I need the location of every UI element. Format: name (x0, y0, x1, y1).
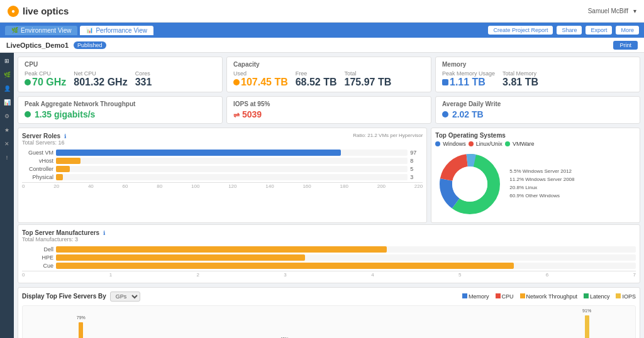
hbar-label-physical: Physical (22, 174, 53, 180)
cpu-peak-value: 70 GHz (25, 77, 66, 88)
capacity-free-value: 68.52 TB (296, 77, 337, 88)
capacity-total-value: 175.97 TB (345, 77, 392, 88)
sub-right: Print (613, 41, 638, 50)
charts-row: Server Roles ℹ Ratio: 21.2 VMs per Hyper… (18, 128, 640, 223)
hbar-count-physical: 3 (410, 174, 423, 180)
header: ● live optics Samuel McBiff ▾ (0, 0, 644, 23)
memory-total-label: Total Memory (502, 70, 538, 77)
mfr-label-cue: Cue (22, 263, 53, 269)
top-servers-select[interactable]: GPs (110, 292, 140, 302)
capacity-total-label: Total (345, 70, 392, 77)
legend-memory: Memory (462, 293, 489, 300)
capacity-used-label: Used (233, 70, 288, 77)
capacity-title: Capacity (233, 61, 425, 68)
header-right: Samuel McBiff ▾ (588, 8, 636, 14)
network-value: 1.35 gigabits/s (25, 110, 216, 119)
os-legend-windows: Windows (443, 141, 466, 147)
hbar-track-physical (56, 174, 408, 180)
published-badge: Published (74, 41, 106, 49)
bars-5: 12%20%91% (565, 315, 589, 338)
manufacturers-chart: Dell HPE Cue (22, 245, 636, 279)
sidebar-icon-leaf[interactable]: 🌿 (3, 70, 11, 79)
sub-header: LiveOptics_Demo1 Published Print (0, 38, 644, 53)
legend-network: Network Throughput (520, 293, 577, 300)
cpu-net-value: 801.32 GHz (74, 77, 127, 88)
hbar-label-vhost: vHost (22, 158, 53, 164)
mfr-fill-hpe (56, 254, 305, 261)
bars-0: 79%26%18% (69, 322, 93, 338)
cpu-card: CPU Peak CPU 70 GHz Net CPU 801.32 GHz C… (18, 57, 223, 92)
hbar-count-vhost: 8 (410, 158, 423, 164)
capacity-total: Total 175.97 TB (345, 70, 392, 88)
legend-cpu: CPU (496, 293, 514, 300)
donut-wrapper: 5.5% Windows Server 2012 11.2% Windows S… (435, 150, 636, 219)
user-dropdown-icon[interactable]: ▾ (633, 8, 636, 14)
app-name: LiveOptics_Demo1 (6, 41, 69, 49)
hbar-row-guestvm: Guest VM 97 (22, 150, 423, 156)
metrics-row-2: Peak Aggregate Network Throughput 1.35 g… (18, 96, 640, 124)
bar-group-5: 12%20%91% (565, 315, 589, 338)
network-title: Peak Aggregate Network Throughput (25, 101, 216, 107)
sidebar-icon-alert[interactable]: ! (3, 153, 11, 162)
hbar-count-guestvm: 97 (410, 150, 423, 156)
network-card: Peak Aggregate Network Throughput 1.35 g… (18, 96, 223, 124)
donut-chart (435, 150, 504, 219)
top-servers-title-row: Display Top Five Servers By GPs (22, 292, 140, 302)
hbar-count-controller: 5 (410, 166, 423, 172)
sidebar-icon-user[interactable]: 👤 (3, 84, 11, 93)
server-roles-ratio: Ratio: 21.2 VMs per Hypervisor (353, 133, 423, 138)
os-label-2: 11.2% Windows Server 2008 (509, 176, 574, 184)
sidebar-icon-star[interactable]: ★ (3, 126, 11, 134)
memory-peak-label: Peak Memory Usage (442, 70, 495, 77)
cpu-net: Net CPU 801.32 GHz (74, 70, 127, 88)
print-button[interactable]: Print (613, 41, 638, 50)
share-button[interactable]: Share (557, 26, 582, 35)
bar-0-2: 79% (79, 322, 83, 338)
logo-text: live optics (23, 6, 69, 16)
axis-labels-server-roles: 020406080100120140160180200220 (22, 183, 423, 189)
sidebar-icon-grid[interactable]: ⊞ (3, 57, 11, 65)
mfr-fill-dell (56, 246, 387, 253)
manufacturers-subtitle: Total Manufacturers: 3 (22, 236, 636, 243)
create-report-button[interactable]: Create Project Report (488, 26, 553, 35)
tab-environment[interactable]: 🌿 Environment View (5, 26, 77, 35)
cpu-cores-value: 331 (135, 77, 152, 88)
main-content: CPU Peak CPU 70 GHz Net CPU 801.32 GHz C… (14, 53, 644, 338)
mfr-row-dell: Dell (22, 246, 636, 253)
os-label-3: 20.8% Linux (509, 184, 574, 192)
tab-environment-label: Environment View (21, 27, 71, 34)
more-button[interactable]: More (616, 26, 639, 35)
iops-title: IOPS at 95% (233, 101, 425, 107)
sidebar: ⊞ 🌿 👤 📊 ⚙ ★ ✕ ! (0, 53, 14, 338)
mfr-track-hpe (56, 254, 636, 261)
user-name: Samuel McBiff (588, 8, 628, 14)
sidebar-icon-settings[interactable]: ⚙ (3, 112, 11, 121)
manufacturers-row: Top Server Manufacturers ℹ Total Manufac… (18, 224, 640, 283)
capacity-free-label: Free (296, 70, 337, 77)
nav-bar: 🌿 Environment View 📊 Performance View Cr… (0, 23, 644, 38)
hbar-fill-controller (56, 166, 70, 172)
cpu-metrics: Peak CPU 70 GHz Net CPU 801.32 GHz Cores… (25, 70, 216, 88)
legend-iops: IOPS (616, 293, 636, 300)
legend-latency: Latency (584, 293, 610, 300)
export-button[interactable]: Export (586, 26, 612, 35)
nav-actions: Create Project Report Share Export More (488, 26, 639, 35)
top-os-title: Top Operating Systems (435, 132, 636, 139)
daily-write-value: 2.02 TB (442, 110, 633, 119)
donut-labels: 5.5% Windows Server 2012 11.2% Windows S… (509, 168, 574, 200)
top-servers-legend: Memory CPU Network Throughput Latency IO… (462, 293, 636, 300)
grouped-bar-chart-wrapper: 79%26%18%40%13%12%20%91% Displayhm 8Hype… (22, 305, 636, 338)
hbar-track-vhost (56, 158, 408, 164)
axis-labels-mfr: 01234567 (22, 272, 636, 278)
server-roles-subtitle: Total Servers: 16 (22, 139, 423, 146)
os-label-1: 5.5% Windows Server 2012 (509, 168, 574, 176)
top-os-card: Top Operating Systems Windows Linux/Unix… (431, 128, 640, 223)
capacity-free: Free 68.52 TB (296, 70, 337, 88)
bar-group-0: 79%26%18% (69, 322, 93, 338)
tab-performance[interactable]: 📊 Performance View (80, 26, 153, 35)
sidebar-icon-x[interactable]: ✕ (3, 139, 11, 148)
sidebar-icon-chart[interactable]: 📊 (3, 98, 11, 107)
iops-card: IOPS at 95% ⇌ 5039 (226, 96, 431, 124)
hbar-fill-vhost (56, 158, 80, 164)
memory-metrics: Peak Memory Usage 1.11 TB Total Memory 3… (442, 70, 633, 88)
